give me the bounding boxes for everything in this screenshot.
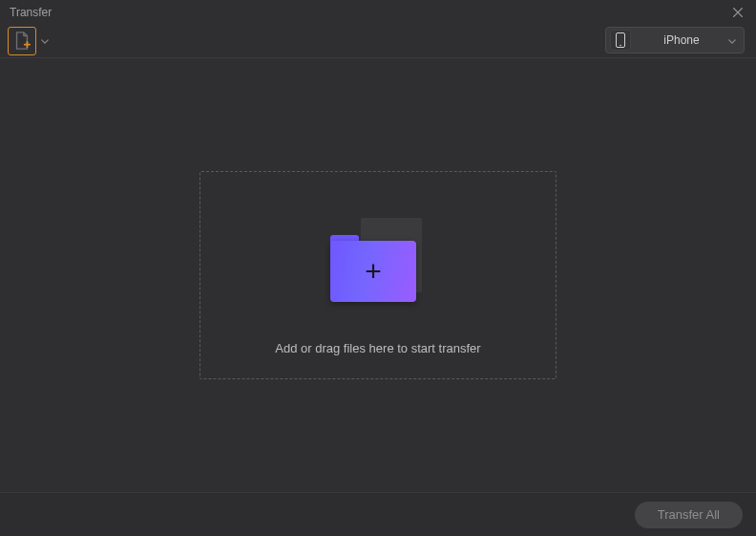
transfer-all-button[interactable]: Transfer All (635, 502, 743, 528)
add-file-button[interactable] (8, 27, 36, 55)
chevron-down-icon (41, 39, 49, 44)
toolbar: iPhone (0, 25, 756, 57)
add-file-icon (13, 32, 31, 51)
folder-add-icon: + (330, 218, 426, 304)
close-icon (731, 6, 745, 19)
chevron-down-icon (728, 35, 736, 46)
titlebar: Transfer (0, 0, 756, 25)
window-title: Transfer (10, 6, 52, 19)
main-area: + Add or drag files here to start transf… (0, 58, 756, 492)
footer: Transfer All (0, 492, 756, 536)
dropzone-hint: Add or drag files here to start transfer (275, 341, 480, 355)
device-selected-label: iPhone (635, 33, 728, 47)
device-selector[interactable]: iPhone (605, 27, 745, 54)
close-button[interactable] (729, 4, 746, 21)
add-file-dropdown-caret[interactable] (40, 27, 50, 55)
phone-icon (610, 30, 631, 51)
file-dropzone[interactable]: + Add or drag files here to start transf… (200, 171, 556, 379)
svg-point-1 (620, 45, 621, 47)
